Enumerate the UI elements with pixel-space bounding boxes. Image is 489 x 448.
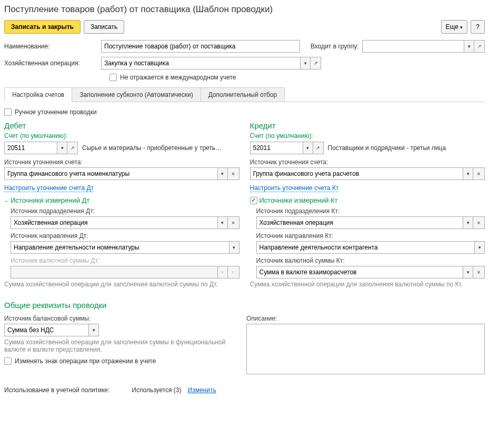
debit-account-open[interactable]: ↗ (67, 142, 78, 154)
tabs: Настройка счетов Заполнение субконто (Ав… (4, 87, 485, 102)
debit-hint: Сумма хозяйственной операции для заполне… (4, 281, 239, 288)
operation-label: Хозяйственная операция: (4, 59, 98, 67)
debit-tune-link[interactable]: Настроить уточнение счета Дт (4, 184, 94, 192)
debit-dims-expand[interactable]: ⌄ Источники измерений Дт (4, 196, 239, 204)
help-button[interactable]: ? (471, 20, 485, 34)
name-label: Наименование: (4, 43, 98, 50)
debit-src-label: Источник уточнения счета: (4, 158, 239, 166)
debit-sub-clear[interactable]: × (228, 216, 239, 229)
group-open-button[interactable]: ↗ (474, 40, 485, 53)
credit-cur-clear[interactable]: × (473, 266, 485, 278)
credit-dir-dropdown[interactable]: ▾ (474, 241, 485, 254)
desc-label: Описание: (246, 315, 485, 322)
invert-checkbox[interactable] (4, 357, 12, 365)
debit-dir-input[interactable] (11, 241, 229, 254)
description-textarea[interactable] (246, 324, 485, 374)
credit-dims-expand[interactable]: Источники измерений Кт (250, 196, 485, 204)
credit-acct-label: Счет (по умолчанию): (250, 132, 485, 140)
credit-column: Кредит Счет (по умолчанию): ▾ ↗ Поставщи… (250, 121, 485, 292)
credit-dir-label: Источник направления Кт: (256, 232, 485, 240)
debit-account-input[interactable] (4, 142, 57, 154)
credit-dir-input[interactable] (256, 241, 475, 254)
operation-dropdown-button[interactable]: ▾ (300, 57, 311, 69)
balance-dropdown[interactable]: ▾ (88, 324, 99, 336)
common-title: Общие реквизиты проводки (4, 301, 485, 310)
tab-subconto[interactable]: Заполнение субконто (Автоматически) (72, 87, 201, 102)
credit-cur-dropdown[interactable]: ▾ (463, 266, 473, 278)
manual-label: Ручное уточнение проводки (15, 108, 97, 116)
debit-src-input[interactable] (4, 167, 217, 180)
debit-account-desc: Сырье и материалы - приобретенные у трет… (82, 144, 239, 152)
save-close-button[interactable]: Записать и закрыть (4, 20, 81, 34)
debit-cur-input (11, 266, 217, 278)
group-dropdown-button[interactable]: ▾ (464, 40, 474, 53)
credit-src-dropdown[interactable]: ▾ (463, 167, 473, 180)
usage-label: Использование в учетной политике: (4, 386, 109, 394)
no-intl-label: Не отражается в международном учете (120, 74, 236, 81)
chevron-down-icon: ▾ (460, 25, 463, 30)
group-label: Входит в группу: (311, 43, 359, 50)
credit-src-label: Источник уточнения счета: (250, 158, 485, 166)
debit-sub-input[interactable] (11, 216, 217, 229)
debit-cur-dropdown: ▾ (217, 266, 228, 278)
credit-account-dropdown[interactable]: ▾ (303, 142, 313, 154)
credit-title: Кредит (250, 121, 485, 130)
debit-dir-dropdown[interactable]: ▾ (229, 241, 239, 254)
debit-column: Дебет Счет (по умолчанию): ▾ ↗ Сырье и м… (4, 121, 239, 292)
usage-change-link[interactable]: Изменить (188, 386, 216, 394)
debit-title: Дебет (4, 121, 239, 130)
debit-acct-label: Счет (по умолчанию): (4, 132, 239, 140)
credit-src-clear[interactable]: × (473, 167, 485, 180)
credit-hint: Сумма хозяйственной операции для заполне… (250, 281, 485, 288)
no-intl-checkbox[interactable] (109, 74, 117, 81)
usage-value: Используется (3) (132, 386, 181, 394)
credit-account-open[interactable]: ↗ (313, 142, 324, 154)
tab-filter[interactable]: Дополнительный отбор (201, 87, 285, 102)
credit-dims-checkbox[interactable] (250, 197, 257, 204)
tab-accounts[interactable]: Настройка счетов (4, 87, 72, 102)
credit-cur-input[interactable] (256, 266, 463, 278)
page-title: Поступление товаров (работ) от поставщик… (4, 4, 485, 15)
balance-input[interactable] (4, 324, 88, 336)
credit-sub-dropdown[interactable]: ▾ (463, 216, 473, 229)
operation-input[interactable] (101, 57, 300, 69)
credit-cur-label: Источник валютной суммы Кт: (256, 257, 485, 264)
debit-src-dropdown[interactable]: ▾ (217, 167, 228, 180)
credit-tune-link[interactable]: Настроить уточнение счета Кт (250, 184, 339, 192)
credit-sub-clear[interactable]: × (473, 216, 485, 229)
invert-label: Изменять знак операции при отражении в у… (15, 357, 156, 365)
save-button[interactable]: Записать (84, 20, 124, 34)
debit-sub-label: Источник подразделения Дт: (11, 207, 239, 215)
credit-sub-input[interactable] (256, 216, 463, 229)
name-input[interactable] (101, 40, 300, 53)
chevron-down-icon: ⌄ (4, 197, 8, 203)
toolbar: Записать и закрыть Записать Еще ▾ ? (4, 20, 485, 34)
more-button[interactable]: Еще ▾ (441, 20, 468, 34)
balance-hint: Сумма хозяйственной операции для заполне… (4, 339, 236, 353)
credit-account-input[interactable] (250, 142, 303, 154)
credit-account-desc: Поставщики и подрядчики - третьи лица (328, 144, 485, 152)
debit-sub-dropdown[interactable]: ▾ (217, 216, 228, 229)
debit-dir-label: Источник направления Дт: (11, 232, 239, 240)
operation-open-button[interactable]: ↗ (311, 57, 321, 69)
group-input[interactable] (362, 40, 464, 53)
debit-account-dropdown[interactable]: ▾ (57, 142, 67, 154)
debit-cur-clear: × (228, 266, 239, 278)
credit-sub-label: Источник подразделения Кт: (256, 207, 485, 215)
credit-src-input[interactable] (250, 167, 463, 180)
manual-checkbox[interactable] (4, 108, 12, 116)
debit-src-clear[interactable]: × (228, 167, 239, 180)
balance-label: Источник балансовой суммы: (4, 315, 236, 322)
debit-cur-label: Источник валютной суммы Дт: (11, 257, 239, 264)
